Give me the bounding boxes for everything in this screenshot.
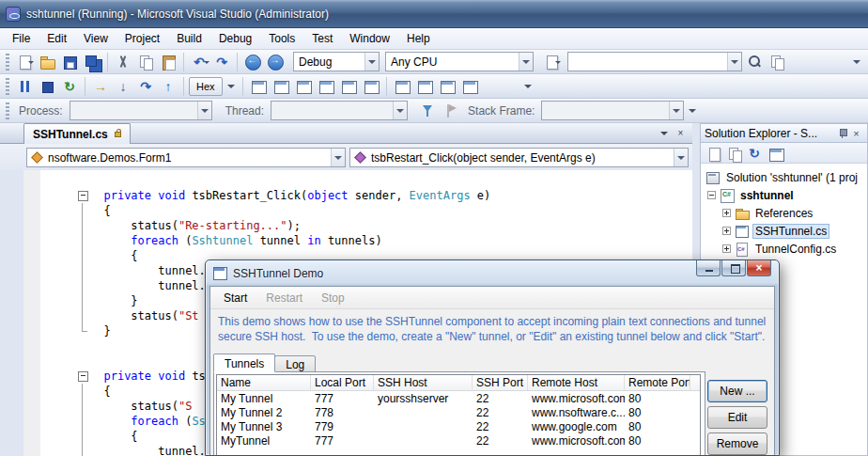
fold-collapse-icon[interactable] [75,369,90,384]
column-header-name[interactable]: Name [217,375,311,390]
column-header-ssh-port[interactable]: SSH Port [473,375,528,390]
chevron-down-icon[interactable] [727,53,741,71]
memory-window-button[interactable] [437,76,457,97]
chevron-down-icon[interactable] [519,53,533,71]
stack-frame-combo[interactable] [541,101,684,120]
tab-tunnels[interactable]: Tunnels [213,354,275,372]
toolbar-grip[interactable] [6,78,9,95]
step-over-button[interactable]: ↷ [135,76,156,97]
save-button[interactable] [59,52,80,72]
table-row[interactable]: My Tunnel 277822www.nsoftware.c...80 [217,405,700,419]
solution-explorer-header[interactable]: Solution Explorer - S... × [701,124,867,143]
output-window-button[interactable] [293,76,314,97]
menu-view[interactable]: View [75,29,116,48]
chevron-down-icon[interactable] [674,149,688,166]
breakpoints-window-button[interactable] [248,76,269,97]
chevron-down-icon[interactable] [393,102,407,119]
break-all-button[interactable] [14,76,35,97]
maximize-button[interactable] [721,260,746,276]
navigate-forward-button[interactable]: → [265,52,286,72]
expand-icon[interactable] [722,209,731,217]
show-threads-in-source-button[interactable] [417,101,438,121]
find-in-files-button[interactable] [541,52,562,72]
paste-button[interactable] [158,52,178,72]
menu-tools[interactable]: Tools [260,29,303,48]
dialog-title-bar[interactable]: SSHTunnel Demo [206,260,779,286]
debug-windows-dropdown-button[interactable] [225,76,238,97]
table-row[interactable]: MyTunnel77722www.microsoft.com80 [217,433,700,448]
tab-log[interactable]: Log [274,355,316,372]
tree-item-sshtunnel[interactable]: sshtunnel [701,186,867,204]
process-combo[interactable] [70,101,212,120]
refresh-button[interactable]: ↻ [745,144,764,163]
menu-file[interactable]: File [4,29,39,48]
view-designer-button[interactable] [766,144,784,163]
save-all-button[interactable] [82,52,102,72]
cut-button[interactable] [113,52,133,72]
chevron-down-icon[interactable] [669,102,683,119]
navigate-backward-button[interactable]: ← [242,52,263,72]
fold-collapse-icon[interactable] [75,188,90,203]
stop-debugging-button[interactable] [37,76,57,97]
new-item-button[interactable] [14,52,35,72]
title-bar[interactable]: sshtunnel (Running) - Microsoft Visual S… [0,0,868,28]
chevron-down-icon[interactable] [197,102,211,119]
remove-button[interactable]: Remove [707,432,767,455]
toolbar-overflow-button[interactable] [521,76,535,97]
watch-window-button[interactable] [316,76,336,97]
tree-item-solution-sshtunnel-1-proj[interactable]: Solution 'sshtunnel' (1 proj [701,168,867,186]
processes-window-button[interactable] [459,76,480,97]
step-into-button[interactable]: ↓ [113,76,133,97]
toolbar-grip[interactable] [6,54,9,71]
menu-start[interactable]: Start [215,289,256,307]
menu-help[interactable]: Help [398,29,439,48]
threads-window-button[interactable] [392,76,412,97]
expand-icon[interactable] [722,227,731,235]
pin-icon[interactable] [835,126,849,140]
expand-icon[interactable] [722,244,731,253]
toolbar-overflow-button[interactable] [850,52,863,72]
members-combo[interactable]: tsbRestart_Click(object sender, EventArg… [349,148,689,167]
close-button[interactable]: × [747,260,771,276]
immediate-window-button[interactable] [271,76,291,97]
menu-window[interactable]: Window [341,29,398,48]
open-file-button[interactable] [37,52,57,72]
column-header-remote-port[interactable]: Remote Port [625,375,690,390]
document-list-button[interactable] [657,126,671,140]
locals-window-button[interactable] [338,76,359,97]
undo-button[interactable]: ↶ [189,52,209,72]
minimize-button[interactable] [696,260,721,276]
toolbar-overflow-button[interactable] [686,101,699,121]
tree-item-tunnelconfig-cs[interactable]: TunnelConfig.cs [701,240,867,258]
find-combo[interactable] [567,52,742,71]
column-header-local-port[interactable]: Local Port [311,375,374,390]
search-options-button[interactable] [744,52,765,72]
tunnels-list[interactable]: NameLocal PortSSH HostSSH PortRemote Hos… [216,374,701,456]
column-header-ssh-host[interactable]: SSH Host [374,375,473,390]
edit-button[interactable]: Edit [707,406,767,429]
copy-button[interactable] [135,52,156,72]
table-row[interactable]: My Tunnel777yoursshserver22www.microsoft… [217,391,700,405]
solution-configuration-combo[interactable]: Debug [293,52,380,71]
tree-item-references[interactable]: References [701,204,867,222]
toolbar-grip[interactable] [6,102,9,119]
menu-project[interactable]: Project [116,29,168,48]
thread-combo[interactable] [271,101,408,120]
properties-button[interactable] [704,144,722,163]
column-header-remote-host[interactable]: Remote Host [528,375,625,390]
chevron-down-icon[interactable] [364,53,379,71]
types-combo[interactable]: nsoftware.Demos.Form1 [26,148,346,167]
table-row[interactable]: My Tunnel 377922www.google.com80 [217,419,700,433]
tree-item-sshtunnel-cs[interactable]: SSHTunnel.cs [701,222,867,240]
flag-threads-button[interactable] [440,101,460,121]
solution-platform-combo[interactable]: Any CPU [385,52,534,71]
call-stack-window-button[interactable] [361,76,381,97]
collapse-icon[interactable] [707,191,716,199]
menu-debug[interactable]: Debug [210,29,260,48]
step-out-button[interactable]: ↑ [158,76,178,97]
hex-toggle-button[interactable]: Hex [189,77,223,96]
show-all-files-button[interactable] [724,144,743,163]
documents-button[interactable] [767,52,787,72]
menu-edit[interactable]: Edit [39,29,75,48]
document-tab-sshtunnel-cs[interactable]: SSHTunnel.cs [23,123,131,144]
